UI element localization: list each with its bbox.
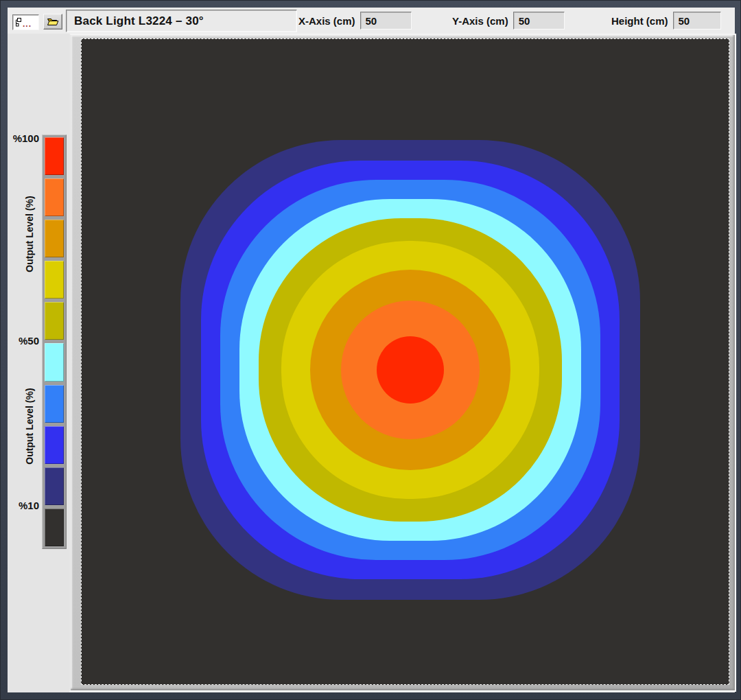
height-input[interactable] <box>673 12 721 30</box>
open-folder-icon <box>47 17 59 26</box>
legend-swatch-90 <box>45 178 64 216</box>
toolbar: ... Back Light L3224 – 30° X-Axis (cm) Y… <box>8 8 735 34</box>
legend-swatch-80 <box>45 220 64 257</box>
y-axis-label: Y-Axis (cm) <box>452 15 508 27</box>
legend-tick-100: %100 <box>8 132 39 145</box>
x-axis-input[interactable] <box>360 12 412 30</box>
legend-panel: Output Level (%) Output Level (%) %100 %… <box>8 34 69 692</box>
legend-axis-title-upper: Output Level (%) <box>23 165 36 303</box>
device-title-field[interactable]: Back Light L3224 – 30° <box>66 10 297 32</box>
path-icon <box>15 17 21 27</box>
plot-area <box>81 38 729 685</box>
legend-swatch-60 <box>45 302 64 340</box>
x-axis-field-group: X-Axis (cm) <box>298 12 412 30</box>
height-field-group: Height (cm) <box>611 12 721 30</box>
legend-swatch-70 <box>45 261 64 299</box>
legend-swatches <box>42 135 67 549</box>
file-path-control[interactable]: ... <box>12 14 39 30</box>
legend-swatch-20 <box>45 467 64 505</box>
y-axis-input[interactable] <box>513 12 565 30</box>
x-axis-label: X-Axis (cm) <box>298 15 355 27</box>
legend-swatch-100 <box>45 137 64 175</box>
legend-tick-10: %10 <box>8 499 39 513</box>
open-file-button[interactable] <box>43 14 62 30</box>
contour-ring-100 <box>377 336 444 404</box>
legend-swatch-40 <box>45 385 64 423</box>
device-title: Back Light L3224 – 30° <box>74 14 204 28</box>
y-axis-field-group: Y-Axis (cm) <box>452 12 565 30</box>
legend-tick-50: %50 <box>8 334 39 348</box>
legend-swatch-50 <box>45 343 64 381</box>
legend-axis-title-lower: Output Level (%) <box>23 358 36 495</box>
plot-panel <box>69 34 736 692</box>
height-label: Height (cm) <box>611 15 668 27</box>
path-dots: ... <box>23 21 32 27</box>
app-window: ... Back Light L3224 – 30° X-Axis (cm) Y… <box>0 0 741 700</box>
legend-swatch-30 <box>45 426 64 464</box>
window-content: ... Back Light L3224 – 30° X-Axis (cm) Y… <box>8 8 735 692</box>
legend-swatch-10 <box>45 509 64 546</box>
